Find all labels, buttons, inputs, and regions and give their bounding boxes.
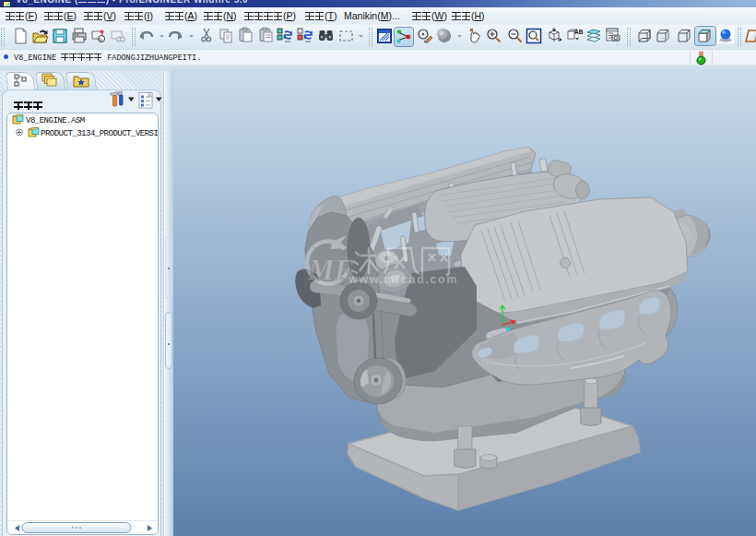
svg-text:MF: MF bbox=[307, 253, 354, 286]
svg-text:www.mfcad.com: www.mfcad.com bbox=[348, 273, 458, 286]
